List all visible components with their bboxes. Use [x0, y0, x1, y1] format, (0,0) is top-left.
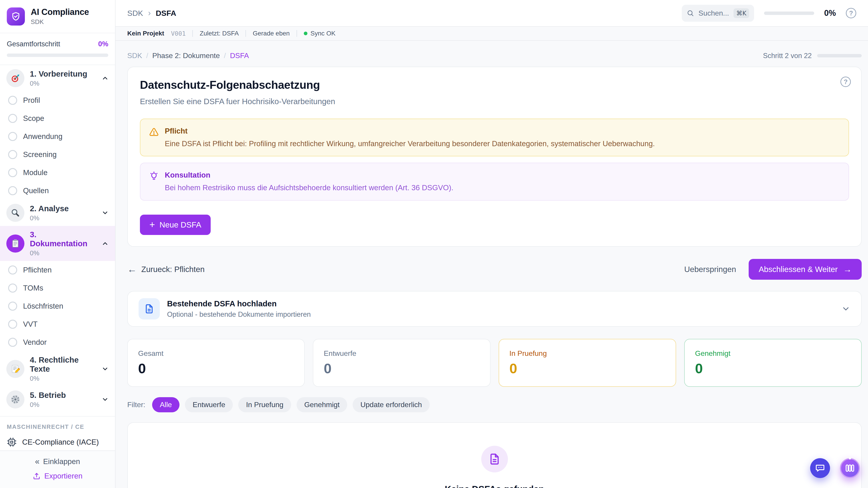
skip-button[interactable]: Ueberspringen: [684, 265, 736, 274]
version-badge: V001: [171, 30, 186, 37]
step-circle-icon: [8, 338, 17, 347]
status-bar: Kein Projekt V001 Zuletzt: DSFA Gerade e…: [116, 27, 868, 41]
lightbulb-icon: [149, 171, 159, 192]
chat-bubble-icon: [815, 463, 826, 474]
breadcrumb-root[interactable]: SDK: [127, 9, 143, 18]
project-status: Kein Projekt: [127, 30, 164, 37]
step-circle-icon: [8, 150, 17, 159]
sidebar-item-quellen[interactable]: Quellen: [0, 182, 115, 200]
warning-triangle-icon: [149, 127, 159, 148]
floating-actions: [810, 458, 860, 478]
sidebar-item-vendor[interactable]: Vendor: [0, 333, 115, 351]
card-help-icon[interactable]: ?: [840, 76, 851, 87]
section-progress: 0%: [30, 401, 96, 409]
stat-value: 0: [695, 360, 851, 377]
app-title: AI Compliance: [31, 7, 89, 17]
sidebar-section-dokumentation[interactable]: 3. Dokumentation 0%: [0, 226, 115, 261]
new-dsfa-button[interactable]: + Neue DSFA: [140, 215, 211, 235]
sidebar-item-label: Quellen: [23, 186, 49, 195]
sidebar: AI Compliance SDK Gesamtfortschritt 0% 1…: [0, 0, 116, 488]
step-circle-icon: [8, 96, 17, 105]
section-label: 4. Rechtliche Texte: [30, 355, 96, 373]
filter-chip-in-pruefung[interactable]: In Pruefung: [238, 397, 291, 412]
sidebar-footer: « Einklappen Exportieren: [0, 451, 115, 488]
sidebar-item-label: Screening: [23, 150, 57, 159]
sync-status: Sync OK: [304, 30, 336, 37]
sidebar-item-toms[interactable]: TOMs: [0, 279, 115, 297]
sidebar-section-analyse[interactable]: 2. Analyse 0%: [0, 200, 115, 226]
sidebar-section-rechtliche-texte[interactable]: 4. Rechtliche Texte 0%: [0, 351, 115, 386]
filter-chip-alle[interactable]: Alle: [152, 397, 180, 412]
sidebar-item-module[interactable]: Module: [0, 164, 115, 182]
upload-existing-dsfa-panel[interactable]: Bestehende DSFA hochladen Optional - bes…: [127, 291, 862, 327]
sidebar-item-loeschfristen[interactable]: Löschfristen: [0, 297, 115, 315]
section-label: 5. Betrieb: [30, 391, 96, 400]
sidebar-item-label: Scope: [23, 114, 44, 123]
last-time: Gerade eben: [253, 30, 289, 37]
sidebar-item-pflichten[interactable]: Pflichten: [0, 261, 115, 279]
chevron-down-icon: [101, 365, 109, 372]
document-icon: [481, 446, 508, 473]
alert-text: Eine DSFA ist Pflicht bei: Profiling mit…: [165, 139, 655, 148]
board-view-button[interactable]: [840, 458, 860, 478]
sidebar-item-ce-compliance[interactable]: CE-Compliance (IACE): [7, 437, 108, 447]
arrow-left-icon: ←: [127, 265, 137, 274]
step-indicator: Schritt 2 von 22: [763, 52, 862, 60]
export-label: Exportieren: [44, 472, 83, 480]
breadcrumb-current: DSFA: [156, 9, 176, 18]
stat-value: 0: [509, 360, 665, 377]
breadcrumb: SDK › DSFA: [127, 8, 176, 18]
machine-law-section: MASCHINENRECHT / CE CE-Compliance (IACE): [0, 416, 115, 449]
overall-progress-bar: [7, 54, 108, 57]
sidebar-item-label: Vendor: [23, 338, 47, 347]
step-circle-icon: [8, 265, 17, 274]
stat-value: 0: [138, 360, 294, 377]
help-icon[interactable]: ?: [846, 8, 856, 18]
magnifier-icon: [6, 204, 24, 222]
chevron-down-icon: [101, 396, 109, 403]
obligation-alert: Pflicht Eine DSFA ist Pflicht bei: Profi…: [140, 119, 849, 156]
filter-chip-entwuerfe[interactable]: Entwuerfe: [185, 397, 233, 412]
main-area: SDK › DSFA Suchen... ⌘K 0% ? Kein Projek…: [116, 0, 868, 488]
sidebar-item-scope[interactable]: Scope: [0, 109, 115, 127]
slash-separator: /: [224, 52, 226, 60]
stat-card-genehmigt: Genehmigt 0: [684, 339, 862, 387]
sidebar-item-screening[interactable]: Screening: [0, 145, 115, 164]
breadcrumb-sdk[interactable]: SDK: [127, 52, 142, 60]
chevron-up-icon: [101, 74, 109, 82]
cpu-icon: [7, 437, 17, 447]
chevron-down-icon: [101, 209, 109, 217]
collapse-sidebar-button[interactable]: « Einklappen: [35, 457, 80, 466]
chat-button[interactable]: [810, 458, 830, 478]
sidebar-item-label: CE-Compliance (IACE): [22, 438, 99, 447]
sidebar-item-anwendung[interactable]: Anwendung: [0, 127, 115, 145]
section-progress: 0%: [30, 375, 96, 382]
machine-law-heading: MASCHINENRECHT / CE: [7, 423, 108, 430]
gear-icon: [6, 390, 24, 409]
app-subtitle: SDK: [31, 18, 89, 26]
back-link[interactable]: ← Zurueck: Pflichten: [127, 265, 205, 274]
section-progress: 0%: [30, 250, 96, 257]
memo-icon: [6, 360, 24, 378]
columns-icon: [844, 463, 855, 474]
breadcrumb-phase[interactable]: Phase 2: Dokumente: [152, 52, 220, 60]
step-circle-icon: [8, 320, 17, 329]
filter-chip-genehmigt[interactable]: Genehmigt: [297, 397, 347, 412]
sidebar-item-profil[interactable]: Profil: [0, 91, 115, 109]
alert-title: Pflicht: [165, 127, 655, 135]
breadcrumb-dsfa: DSFA: [230, 52, 249, 60]
overall-progress-value: 0%: [98, 40, 108, 48]
search-input[interactable]: Suchen... ⌘K: [682, 5, 754, 22]
export-button[interactable]: Exportieren: [33, 472, 83, 480]
sidebar-section-betrieb[interactable]: 5. Betrieb 0%: [0, 386, 115, 413]
sidebar-item-vvt[interactable]: VVT: [0, 315, 115, 333]
search-placeholder: Suchen...: [699, 9, 729, 18]
filter-chip-update-erforderlich[interactable]: Update erforderlich: [352, 397, 430, 412]
finish-next-button[interactable]: Abschliessen & Weiter →: [749, 259, 862, 280]
stats-row: Gesamt 0 Entwuerfe 0 In Pruefung 0 Geneh…: [127, 339, 862, 387]
keyboard-shortcut-badge: ⌘K: [734, 8, 749, 18]
slash-separator: /: [146, 52, 148, 60]
empty-state-card: Keine DSFAs gefunden Erstellen Sie eine …: [127, 422, 862, 488]
sidebar-section-vorbereitung[interactable]: 1. Vorbereitung 0%: [0, 65, 115, 91]
sidebar-item-label: Profil: [23, 96, 40, 105]
